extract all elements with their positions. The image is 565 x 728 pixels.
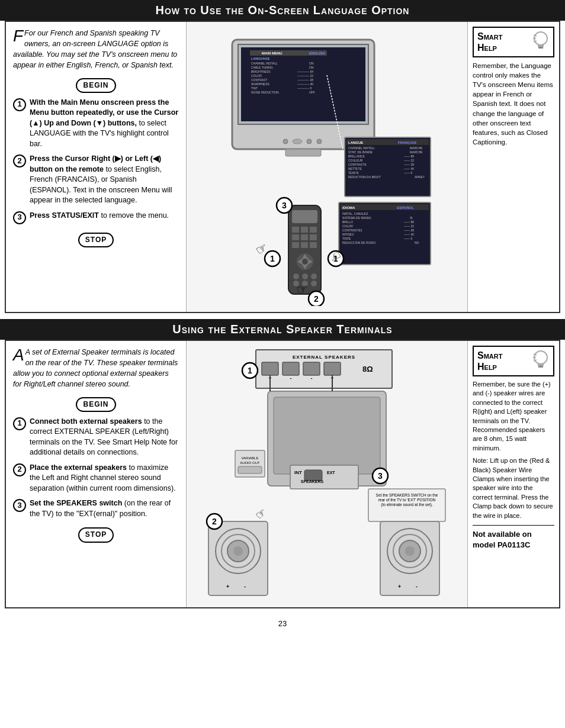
svg-line-105	[534, 35, 537, 36]
svg-text:CHANNEL INSTALL: CHANNEL INSTALL	[348, 146, 375, 150]
smart-help-text-2: Remember, be sure the (+) and (-) speake…	[473, 380, 554, 453]
svg-text:ARRET: ARRET	[415, 175, 425, 179]
svg-point-86	[302, 273, 308, 279]
svg-rect-121	[290, 465, 358, 489]
svg-text:LANGUAGE: LANGUAGE	[251, 57, 270, 60]
svg-text:INT: INT	[294, 470, 302, 475]
svg-text:LANGUE: LANGUE	[348, 141, 363, 144]
svg-text:——  28: —— 28	[404, 163, 414, 166]
svg-rect-71	[301, 227, 308, 233]
svg-rect-110	[262, 362, 278, 375]
svg-text:NITIDEZ: NITIDEZ	[342, 233, 354, 236]
svg-text:EXTERNAL SPEAKERS: EXTERNAL SPEAKERS	[293, 355, 355, 360]
svg-text:CONTRAST: CONTRAST	[251, 78, 268, 82]
svg-text:INSTAL. CANALES: INSTAL. CANALES	[342, 212, 368, 215]
step-2: 2 Press the Cursor Right (▶) or Left (◀)…	[13, 154, 179, 206]
svg-text:FRANÇAIS: FRANÇAIS	[398, 141, 416, 144]
svg-text:——  28: —— 28	[404, 228, 414, 232]
svg-text:TINTE: TINTE	[342, 237, 351, 240]
stop-button-2: STOP	[78, 527, 114, 542]
svg-point-90	[311, 281, 317, 286]
svg-point-153	[405, 546, 415, 556]
begin-button-1: BEGIN	[76, 78, 115, 93]
section1-intro: FFor our French and Spanish speaking TV …	[13, 28, 179, 71]
svg-text:CONTRASTE2: CONTRASTE2	[342, 228, 362, 232]
svg-text:SPEAKERS: SPEAKERS	[301, 479, 324, 484]
svg-rect-112	[303, 362, 320, 375]
svg-text:SYNT. DE BANDE: SYNT. DE BANDE	[348, 150, 373, 154]
svg-text:——  22: —— 22	[404, 224, 414, 228]
svg-text:OFF: OFF	[309, 91, 315, 94]
svg-line-107	[534, 41, 537, 42]
smart-help-icon-1	[532, 30, 550, 54]
svg-text:——  22: —— 22	[404, 159, 414, 162]
smart-help-note-2: Note: Lift up on the (Red & Black) Speak…	[473, 456, 554, 520]
svg-line-162	[534, 360, 537, 361]
section2-header: Using the External Speaker Terminals	[0, 319, 565, 340]
svg-text:3: 3	[282, 201, 287, 210]
svg-text:MARCHE: MARCHE	[410, 150, 423, 154]
page-number: 23	[0, 614, 565, 633]
not-available-note: Not available on model PA0113C	[473, 525, 554, 550]
svg-text:COLOR: COLOR	[342, 224, 353, 228]
svg-rect-75	[310, 234, 317, 240]
step-s2-2: 2 Place the external speakers to maximiz…	[13, 463, 179, 494]
svg-text:8Ω: 8Ω	[362, 365, 373, 373]
svg-text:SHARPNESS: SHARPNESS	[251, 82, 270, 86]
speaker-illustration: EXTERNAL SPEAKERS + - - + 8Ω INT	[203, 347, 451, 601]
section1-header: How to Use the On-Screen Language Option	[0, 0, 565, 21]
svg-text:VARIABLE: VARIABLE	[242, 456, 259, 460]
svg-text:MARCHE: MARCHE	[410, 146, 423, 150]
svg-rect-70	[292, 227, 299, 233]
tv-language-illustration: MAIN MENU ENGLISH LANGUAGE CHANNEL INSTA…	[208, 28, 445, 306]
smart-help-text-1: Remember, the Language control only make…	[473, 61, 554, 147]
svg-text:1: 1	[248, 366, 252, 375]
svg-rect-27	[285, 149, 321, 156]
section2-smart-help: Smart Help Remember, be sure the (+) and	[467, 341, 559, 607]
section2-left-panel: AA set of External Speaker terminals is …	[6, 341, 187, 607]
svg-rect-69	[292, 210, 317, 223]
svg-text:ON: ON	[309, 62, 314, 65]
svg-text:-: -	[416, 584, 418, 590]
svg-text:————  22: ———— 22	[297, 74, 313, 78]
svg-text:rear of the TV to 'EXT' POSITI: rear of the TV to 'EXT' POSITION	[378, 498, 436, 502]
svg-text:NOISE REDUCTION: NOISE REDUCTION	[251, 91, 279, 94]
svg-rect-77	[301, 242, 308, 248]
svg-text:BRILLO: BRILLO	[342, 220, 353, 224]
svg-point-87	[311, 273, 317, 279]
svg-rect-78	[310, 242, 317, 248]
svg-point-24	[283, 139, 288, 144]
svg-text:CHANNEL INSTALL: CHANNEL INSTALL	[251, 62, 278, 65]
svg-rect-120	[274, 397, 380, 474]
svg-text:ENGLISH: ENGLISH	[309, 51, 325, 55]
step-s2-1: 1 Connect both external speakers to the …	[13, 417, 179, 458]
svg-text:————  40: ———— 40	[297, 82, 313, 86]
svg-point-144	[233, 546, 243, 556]
svg-text:2: 2	[212, 517, 217, 526]
smart-help-icon-2	[532, 349, 550, 373]
svg-text:REDUCTION DU BRUIT: REDUCTION DU BRUIT	[348, 175, 381, 179]
svg-text:MAIN MENU: MAIN MENU	[262, 51, 282, 55]
svg-text:ESPAÑOL: ESPAÑOL	[397, 206, 414, 210]
svg-text:-: -	[244, 584, 246, 590]
svg-text:NETTETE: NETTETE	[348, 167, 362, 170]
svg-text:SISTEMA DE BANDA: SISTEMA DE BANDA	[342, 216, 371, 220]
svg-point-26	[317, 139, 322, 144]
svg-text:COLOR: COLOR	[251, 74, 262, 78]
svg-text:-: -	[311, 375, 313, 381]
section2-intro: AA set of External Speaker terminals is …	[13, 347, 179, 390]
svg-text:COULEUR: COULEUR	[348, 159, 363, 162]
svg-text:————  28: ———— 28	[297, 78, 313, 82]
svg-point-157	[534, 351, 547, 364]
svg-text:Set the SPEAKERS SWITCH on the: Set the SPEAKERS SWITCH on the	[376, 493, 438, 497]
svg-rect-73	[292, 234, 299, 240]
svg-rect-159	[538, 366, 543, 368]
svg-rect-111	[282, 362, 299, 375]
svg-text:CABLE TUNING: CABLE TUNING	[251, 66, 273, 69]
svg-text:REDUCCION DE RUIDO: REDUCCION DE RUIDO	[342, 241, 375, 244]
section1-left-panel: FFor our French and Spanish speaking TV …	[6, 22, 187, 312]
smart-help-header-2: Smart Help	[473, 346, 554, 376]
svg-text:AUDIO OUT: AUDIO OUT	[240, 461, 260, 465]
svg-text:☞: ☞	[253, 505, 269, 522]
svg-text:TEINTE: TEINTE	[348, 171, 359, 175]
